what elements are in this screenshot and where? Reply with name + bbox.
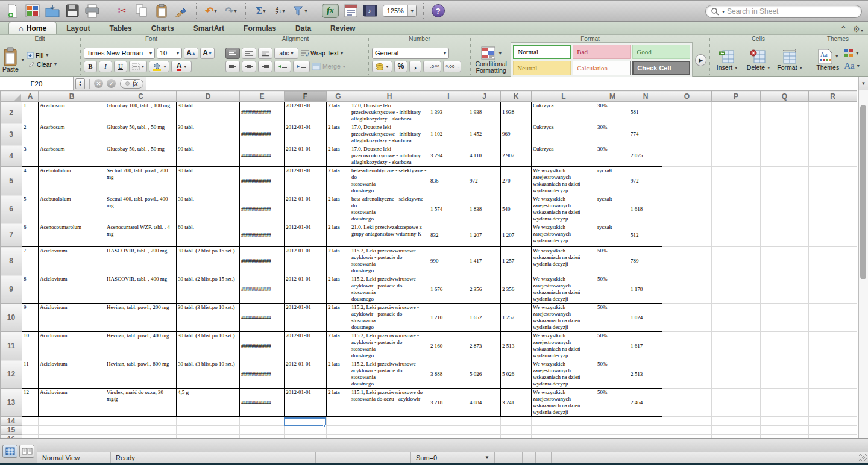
cell-Q10[interactable] xyxy=(761,304,809,332)
cell-H13[interactable]: 115.1, Leki przeciwwirusowe do stosowani… xyxy=(350,389,429,417)
cell-A12[interactable]: 11 xyxy=(22,360,39,389)
cell-Q9[interactable] xyxy=(761,275,809,304)
column-header-C[interactable]: C xyxy=(105,91,177,102)
cell-N11[interactable]: 1 617 xyxy=(629,332,662,360)
column-header-A[interactable]: A xyxy=(22,91,39,102)
font-color-button[interactable]: A▾ xyxy=(171,61,192,72)
cell-K10[interactable]: 1 257 xyxy=(501,304,532,332)
cell-C7[interactable]: Acenocumarol WZF, tabl. , 4 mg xyxy=(105,223,177,247)
save-button[interactable] xyxy=(64,2,80,19)
cell-O3[interactable] xyxy=(662,123,712,145)
cell-Q2[interactable] xyxy=(761,102,809,123)
filter-button[interactable]: ▾ xyxy=(292,2,308,19)
cell-I2[interactable]: 1 393 xyxy=(429,102,468,123)
cell-E14[interactable] xyxy=(240,417,285,426)
cell-K8[interactable]: 1 257 xyxy=(501,247,532,275)
cell-Q8[interactable] xyxy=(761,247,809,275)
cell-C13[interactable]: Virolex, maść do oczu, 30 mg/g xyxy=(105,389,177,417)
cell-A5[interactable]: 4 xyxy=(22,167,39,195)
cell-C12[interactable]: Heviran, tabl. powl., 800 mg xyxy=(105,360,177,389)
print-button[interactable] xyxy=(84,2,100,19)
cell-E3[interactable]: ############## xyxy=(240,123,285,145)
cell-P7[interactable] xyxy=(712,223,761,247)
cell-H4[interactable]: 17.0, Doustne leki przeciwcukrzycowe - i… xyxy=(350,145,429,167)
column-header-G[interactable]: G xyxy=(327,91,350,102)
cell-R11[interactable] xyxy=(809,332,857,360)
ribbon-tab-formulas[interactable]: Formulas xyxy=(234,22,286,34)
cell-O7[interactable] xyxy=(662,223,712,247)
cell-D7[interactable]: 60 tabl. xyxy=(177,223,240,247)
cell-A9[interactable]: 8 xyxy=(22,275,39,304)
cell-I13[interactable]: 3 218 xyxy=(429,389,468,417)
cell-M15[interactable] xyxy=(596,426,629,435)
cell-D12[interactable]: 30 tabl. (3 blist.po 10 szt.) xyxy=(177,360,240,389)
orientation-button[interactable]: abc▾ xyxy=(274,48,298,59)
select-all-corner[interactable] xyxy=(1,91,22,102)
row-header-11[interactable]: 11 xyxy=(1,332,22,360)
font-name-dropdown[interactable]: Times New Roman▾ xyxy=(84,48,155,59)
sum-indicator[interactable]: Sum=0▼ xyxy=(411,452,495,463)
cell-E2[interactable]: ############## xyxy=(240,102,285,123)
insert-function-button[interactable]: fx xyxy=(120,79,143,89)
align-left-button[interactable] xyxy=(225,61,240,72)
increase-decimal-button[interactable]: ←.0.00 xyxy=(423,61,441,72)
autosum-button[interactable]: Σ▾ xyxy=(253,2,268,19)
cell-J9[interactable]: 2 356 xyxy=(468,275,501,304)
cell-M2[interactable]: 30% xyxy=(596,102,629,123)
cell-J13[interactable]: 4 084 xyxy=(468,389,501,417)
search-box[interactable]: ▾ xyxy=(705,5,862,18)
ribbon-options-button[interactable]: ⚙▾ xyxy=(852,23,863,34)
cell-P11[interactable] xyxy=(712,332,761,360)
cell-B10[interactable]: Aciclovirum xyxy=(39,304,105,332)
cell-E12[interactable]: ############## xyxy=(240,360,285,389)
cell-R8[interactable] xyxy=(809,247,857,275)
paste-big-button[interactable]: Paste xyxy=(2,47,19,73)
cell-P14[interactable] xyxy=(712,417,761,426)
cell-K14[interactable] xyxy=(501,417,532,426)
cell-J3[interactable]: 1 452 xyxy=(468,123,501,145)
cell-F7[interactable]: 2012-01-01 xyxy=(285,223,327,247)
cell-D9[interactable]: 30 tabl. (2 blist.po 15 szt.) xyxy=(177,275,240,304)
cell-A2[interactable]: 1 xyxy=(22,102,39,123)
row-header-6[interactable]: 6 xyxy=(1,195,22,223)
cell-E7[interactable]: ############## xyxy=(240,223,285,247)
cell-C5[interactable]: Sectral 200, tabl. powl., 200 mg xyxy=(105,167,177,195)
cell-R3[interactable] xyxy=(809,123,857,145)
cell-O11[interactable] xyxy=(662,332,712,360)
cell-L2[interactable]: Cukrzyca xyxy=(532,102,596,123)
cell-H9[interactable]: 115.2, Leki przeciwwirusowe - acyklowir … xyxy=(350,275,429,304)
style-neutral[interactable]: Neutral xyxy=(513,61,571,75)
wrap-text-button[interactable]: Wrap Text▾ xyxy=(300,49,343,57)
cell-B12[interactable]: Aciclovirum xyxy=(39,360,105,389)
cell-K5[interactable]: 270 xyxy=(501,167,532,195)
comma-style-button[interactable]: , xyxy=(409,61,421,72)
cell-G15[interactable] xyxy=(327,426,350,435)
number-format-dropdown[interactable]: General▾ xyxy=(372,48,449,59)
grow-font-button[interactable]: A▲ xyxy=(184,48,198,59)
cell-N5[interactable]: 972 xyxy=(629,167,662,195)
column-header-B[interactable]: B xyxy=(39,91,105,102)
cell-A10[interactable]: 9 xyxy=(22,304,39,332)
cell-K7[interactable]: 1 207 xyxy=(501,223,532,247)
cell-H3[interactable]: 17.0, Doustne leki przeciwcukrzycowe - i… xyxy=(350,123,429,145)
cell-B11[interactable]: Aciclovirum xyxy=(39,332,105,360)
row-header-12[interactable]: 12 xyxy=(1,360,22,389)
cell-R9[interactable] xyxy=(809,275,857,304)
cell-F9[interactable]: 2012-01-01 xyxy=(285,275,327,304)
cell-G10[interactable]: 2 lata xyxy=(327,304,350,332)
merge-button[interactable]: Merge▾ xyxy=(312,63,345,70)
cell-Q4[interactable] xyxy=(761,145,809,167)
row-header-4[interactable]: 4 xyxy=(1,145,22,167)
cell-F8[interactable]: 2012-01-01 xyxy=(285,247,327,275)
cell-A15[interactable] xyxy=(22,426,39,435)
cell-H15[interactable] xyxy=(350,426,429,435)
cell-M14[interactable] xyxy=(596,417,629,426)
cell-F2[interactable]: 2012-01-01 xyxy=(285,102,327,123)
cell-D6[interactable]: 30 tabl. xyxy=(177,195,240,223)
cell-M13[interactable]: 50% xyxy=(596,389,629,417)
cell-A4[interactable]: 3 xyxy=(22,145,39,167)
cell-Q15[interactable] xyxy=(761,426,809,435)
fill-color-button[interactable]: ▾ xyxy=(149,61,169,72)
cell-M6[interactable]: ryczałt xyxy=(596,195,629,223)
cell-K4[interactable]: 2 907 xyxy=(501,145,532,167)
